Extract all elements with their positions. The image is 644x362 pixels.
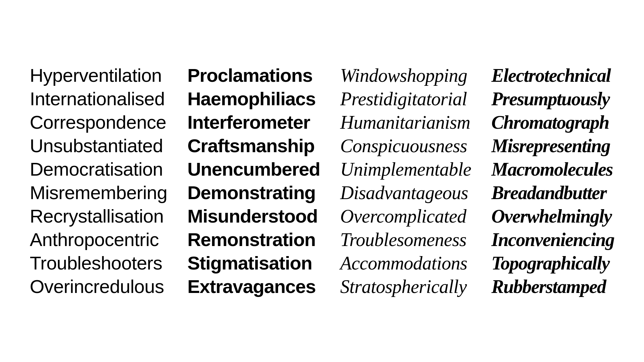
word-c2-r2: Haemophiliacs <box>187 88 320 110</box>
word-c3-r8: Troublesomeness <box>340 229 471 251</box>
column-3: WindowshoppingPrestidigitatorialHumanita… <box>340 64 471 298</box>
word-c1-r9: Troubleshooters <box>30 252 167 274</box>
word-c4-r6: Breadandbutter <box>491 182 614 204</box>
word-c1-r7: Recrystallisation <box>30 205 167 227</box>
word-c2-r4: Craftsmanship <box>187 135 320 157</box>
word-c1-r1: Hyperventilation <box>30 64 167 86</box>
word-c3-r7: Overcomplicated <box>340 205 471 227</box>
word-c1-r3: Correspondence <box>30 111 167 133</box>
word-c1-r2: Internationalised <box>30 88 167 110</box>
word-grid: HyperventilationInternationalisedCorresp… <box>16 44 628 318</box>
word-c3-r4: Conspicuousness <box>340 135 471 157</box>
word-c3-r2: Prestidigitatorial <box>340 88 471 110</box>
word-c2-r1: Proclamations <box>187 64 320 86</box>
word-c4-r10: Rubberstamped <box>491 276 614 298</box>
word-c1-r8: Anthropocentric <box>30 229 167 251</box>
word-c2-r6: Demonstrating <box>187 182 320 204</box>
word-c3-r10: Stratospherically <box>340 276 471 298</box>
word-c4-r9: Topographically <box>491 252 614 274</box>
word-c4-r4: Misrepresenting <box>491 135 614 157</box>
word-c3-r6: Disadvantageous <box>340 182 471 204</box>
word-c4-r3: Chromatograph <box>491 111 614 133</box>
word-c1-r10: Overincredulous <box>30 276 167 298</box>
word-c2-r5: Unencumbered <box>187 158 320 180</box>
word-c2-r10: Extravagances <box>187 276 320 298</box>
word-c4-r8: Inconveniencing <box>491 229 614 251</box>
word-c4-r2: Presumptuously <box>491 88 614 110</box>
word-c4-r5: Macromolecules <box>491 158 614 180</box>
word-c2-r3: Interferometer <box>187 111 320 133</box>
column-2: ProclamationsHaemophiliacsInterferometer… <box>187 64 320 298</box>
word-c1-r4: Unsubstantiated <box>30 135 167 157</box>
word-c2-r9: Stigmatisation <box>187 252 320 274</box>
word-c3-r1: Windowshopping <box>340 64 471 86</box>
word-c1-r5: Democratisation <box>30 158 167 180</box>
word-c1-r6: Misremembering <box>30 182 167 204</box>
column-1: HyperventilationInternationalisedCorresp… <box>30 64 167 298</box>
word-c3-r5: Unimplementable <box>340 158 471 180</box>
word-c4-r1: Electrotechnical <box>491 64 614 86</box>
word-c3-r9: Accommodations <box>340 252 471 274</box>
column-4: ElectrotechnicalPresumptuouslyChromatogr… <box>491 64 614 298</box>
word-c4-r7: Overwhelmingly <box>491 205 614 227</box>
word-c2-r7: Misunderstood <box>187 205 320 227</box>
word-c2-r8: Remonstration <box>187 229 320 251</box>
word-c3-r3: Humanitarianism <box>340 111 471 133</box>
